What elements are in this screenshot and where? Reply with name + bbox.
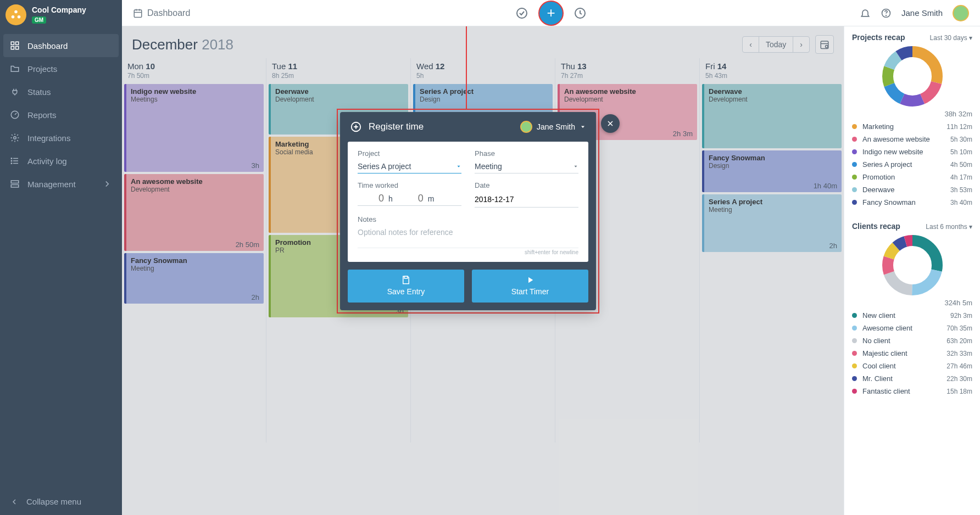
color-dot bbox=[852, 351, 857, 356]
company-logo-icon bbox=[5, 4, 26, 25]
modal-header: Register time Jane Smith bbox=[340, 112, 596, 142]
recap-row[interactable]: Cool client27h 46m bbox=[852, 362, 972, 370]
color-dot bbox=[852, 200, 857, 205]
nav-item-management[interactable]: Management bbox=[0, 172, 122, 195]
nav-item-dashboard[interactable]: Dashboard bbox=[3, 34, 119, 57]
recap-row[interactable]: An awesome website5h 30m bbox=[852, 135, 972, 143]
chevron-down-icon bbox=[580, 124, 586, 130]
recap-row[interactable]: No client63h 20m bbox=[852, 337, 972, 345]
nav-item-activity-log[interactable]: Activity log bbox=[0, 149, 122, 172]
recap-row[interactable]: Mr. Client22h 30m bbox=[852, 374, 972, 383]
projects-recap: Projects recapLast 30 days ▾38h 32mMarke… bbox=[852, 33, 972, 206]
project-select[interactable]: Series A project bbox=[358, 160, 461, 173]
svg-point-1 bbox=[12, 15, 15, 18]
recap-row[interactable]: Marketing11h 12m bbox=[852, 122, 972, 131]
company-badge: GM bbox=[32, 16, 46, 24]
recap-duration: 11h 12m bbox=[946, 123, 972, 131]
sidebar: Cool Company GM DashboardProjectsStatusR… bbox=[0, 0, 122, 515]
svg-point-14 bbox=[11, 163, 12, 164]
recap-duration: 3h 40m bbox=[950, 199, 972, 206]
phase-select[interactable]: Meeting bbox=[475, 160, 578, 173]
color-dot bbox=[852, 363, 857, 368]
project-field: Project Series A project bbox=[358, 149, 461, 173]
check-circle-icon[interactable] bbox=[515, 7, 528, 20]
gear-icon bbox=[10, 133, 20, 143]
recap-name: Majestic client bbox=[862, 349, 946, 357]
svg-marker-33 bbox=[575, 166, 577, 167]
dashboard-icon bbox=[10, 41, 20, 51]
svg-rect-5 bbox=[11, 47, 14, 49]
recap-row[interactable]: New client92h 3m bbox=[852, 311, 972, 320]
recap-name: Mr. Client bbox=[862, 374, 946, 383]
collapse-menu[interactable]: Collapse menu bbox=[0, 488, 122, 515]
date-input[interactable] bbox=[475, 192, 578, 208]
help-icon[interactable] bbox=[881, 8, 892, 19]
svg-rect-4 bbox=[16, 42, 19, 44]
recap-row[interactable]: Majestic client32h 33m bbox=[852, 349, 972, 357]
recap-duration: 70h 35m bbox=[946, 324, 972, 332]
recap-duration: 5h 30m bbox=[950, 136, 972, 143]
start-label: Start Timer bbox=[511, 287, 549, 296]
modal-user-name: Jane Smith bbox=[537, 122, 575, 131]
chevron-left-icon bbox=[10, 497, 19, 506]
svg-point-8 bbox=[14, 137, 16, 139]
recap-row[interactable]: Series A project4h 50m bbox=[852, 160, 972, 169]
notes-label: Notes bbox=[358, 215, 578, 223]
nav-item-projects[interactable]: Projects bbox=[0, 57, 122, 80]
company-name: Cool Company bbox=[32, 5, 86, 14]
recap-row[interactable]: Fantastic client15h 18m bbox=[852, 387, 972, 395]
recap-name: No client bbox=[862, 337, 946, 345]
recap-range-select[interactable]: Last 6 months ▾ bbox=[926, 223, 972, 231]
clients-recap: Clients recapLast 6 months ▾324h 5mNew c… bbox=[852, 222, 972, 395]
breadcrumb: Dashboard bbox=[133, 8, 190, 18]
nav-item-status[interactable]: Status bbox=[0, 80, 122, 103]
clock-icon[interactable] bbox=[573, 7, 587, 20]
gauge-icon bbox=[10, 110, 20, 120]
minutes-input[interactable] bbox=[397, 193, 424, 204]
recap-row[interactable]: Promotion4h 17m bbox=[852, 173, 972, 181]
svg-rect-17 bbox=[134, 10, 142, 18]
recap-header: Clients recapLast 6 months ▾ bbox=[852, 222, 972, 231]
svg-rect-3 bbox=[11, 42, 14, 44]
save-entry-button[interactable]: Save Entry bbox=[348, 270, 464, 303]
recap-range-select[interactable]: Last 30 days ▾ bbox=[930, 34, 972, 42]
collapse-label: Collapse menu bbox=[26, 497, 81, 506]
notes-input[interactable] bbox=[358, 226, 578, 248]
time-label: Time worked bbox=[358, 181, 461, 189]
nav-label: Management bbox=[27, 180, 76, 189]
recap-duration: 5h 10m bbox=[950, 148, 972, 156]
recap-row[interactable]: Deerwave3h 53m bbox=[852, 186, 972, 194]
topbar-right: Jane Smith bbox=[860, 5, 969, 21]
recap-row[interactable]: Indigo new website5h 10m bbox=[852, 148, 972, 156]
sidebar-header: Cool Company GM bbox=[0, 0, 122, 30]
svg-point-13 bbox=[11, 160, 12, 161]
add-button[interactable]: + bbox=[538, 1, 564, 26]
user-name[interactable]: Jane Smith bbox=[901, 8, 943, 18]
recap-row[interactable]: Awesome client70h 35m bbox=[852, 324, 972, 332]
recap-row[interactable]: Fancy Snowman3h 40m bbox=[852, 198, 972, 206]
minutes-unit: m bbox=[428, 194, 435, 203]
recap-name: Promotion bbox=[862, 173, 950, 181]
avatar[interactable] bbox=[953, 5, 969, 21]
close-button[interactable] bbox=[601, 114, 620, 133]
save-label: Save Entry bbox=[387, 287, 425, 296]
donut-chart bbox=[882, 235, 943, 295]
start-timer-button[interactable]: Start Timer bbox=[472, 270, 588, 303]
svg-point-12 bbox=[11, 158, 12, 159]
time-worked-field: Time worked h m bbox=[358, 181, 461, 208]
recap-duration: 15h 18m bbox=[946, 388, 972, 395]
modal-user-select[interactable]: Jane Smith bbox=[520, 121, 586, 133]
notes-field: Notes shift+enter for newline bbox=[358, 215, 578, 255]
nav-item-integrations[interactable]: Integrations bbox=[0, 126, 122, 149]
hours-input[interactable] bbox=[358, 193, 384, 204]
notes-hint: shift+enter for newline bbox=[358, 248, 578, 255]
svg-marker-32 bbox=[458, 166, 460, 167]
nav-item-reports[interactable]: Reports bbox=[0, 103, 122, 126]
bell-icon[interactable] bbox=[860, 8, 871, 19]
recap-name: Deerwave bbox=[862, 186, 950, 194]
svg-marker-31 bbox=[581, 126, 584, 128]
recap-duration: 3h 53m bbox=[950, 186, 972, 194]
right-panel: Projects recapLast 30 days ▾38h 32mMarke… bbox=[844, 26, 980, 515]
recap-title: Clients recap bbox=[852, 222, 900, 231]
color-dot bbox=[852, 376, 857, 381]
